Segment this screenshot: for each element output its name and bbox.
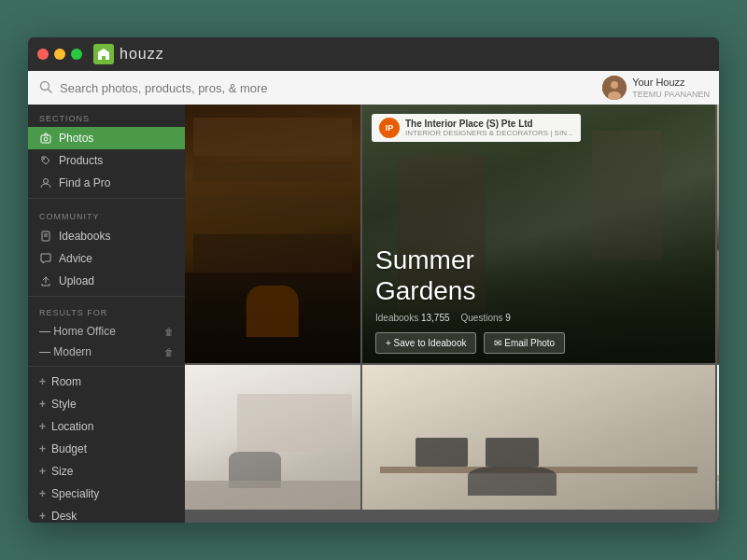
sidebar-item-findpro[interactable]: Find a Pro bbox=[28, 172, 185, 194]
svg-rect-5 bbox=[41, 135, 50, 143]
search-input[interactable] bbox=[60, 81, 591, 95]
filter-home-office-label: — Home Office bbox=[39, 325, 116, 338]
community-label: COMMUNITY bbox=[28, 203, 185, 225]
filter-room-label: Room bbox=[51, 375, 81, 388]
sidebar-item-photos[interactable]: Photos bbox=[28, 127, 185, 149]
plus-icon-7: + bbox=[39, 510, 46, 523]
sidebar-ideabooks-label: Ideabooks bbox=[59, 230, 110, 243]
right-area: IP The Interior Place (S) Pte Ltd INTERI… bbox=[185, 105, 719, 523]
svg-point-7 bbox=[43, 158, 45, 160]
user-name: Your Houzz bbox=[632, 77, 710, 89]
plus-icon-5: + bbox=[39, 465, 46, 478]
camera-icon bbox=[39, 132, 52, 145]
filter-modern-label: — Modern bbox=[39, 345, 92, 358]
sidebar-item-products[interactable]: Products bbox=[28, 149, 185, 172]
sidebar-photos-label: Photos bbox=[59, 132, 93, 145]
minimize-button[interactable] bbox=[54, 49, 65, 60]
sidebar-item-ideabooks[interactable]: Ideabooks bbox=[28, 225, 185, 247]
sidebar-findpro-label: Find a Pro bbox=[59, 176, 110, 189]
user-area[interactable]: Your Houzz TEEMU PAANANEN bbox=[602, 76, 719, 100]
plus-icon-6: + bbox=[39, 487, 46, 500]
designer-logo: IP bbox=[379, 118, 400, 138]
sections-label: SECTIONS bbox=[28, 105, 185, 127]
remove-home-office-icon[interactable]: 🗑 bbox=[164, 327, 174, 337]
filter-room[interactable]: + Room bbox=[28, 371, 185, 393]
filter-speciality[interactable]: + Speciality bbox=[28, 483, 185, 505]
filter-budget-label: Budget bbox=[51, 442, 87, 455]
plus-icon-3: + bbox=[39, 420, 46, 433]
filter-location-label: Location bbox=[51, 420, 93, 433]
designer-initials: IP bbox=[386, 123, 394, 133]
featured-overlay: IP The Interior Place (S) Pte Ltd INTERI… bbox=[362, 105, 715, 363]
plus-icon-2: + bbox=[39, 398, 46, 411]
user-info: Your Houzz TEEMU PAANANEN bbox=[632, 77, 710, 98]
logo-text: houzz bbox=[120, 46, 164, 63]
book-icon bbox=[39, 230, 52, 243]
logo: houzz bbox=[93, 44, 164, 64]
svg-point-8 bbox=[44, 179, 49, 184]
search-region bbox=[28, 80, 602, 96]
photo-cell-top-right[interactable] bbox=[717, 105, 719, 249]
upload-icon bbox=[39, 274, 52, 287]
sidebar-products-label: Products bbox=[59, 154, 103, 167]
avatar bbox=[602, 76, 627, 100]
filter-size[interactable]: + Size bbox=[28, 460, 185, 483]
window-controls bbox=[37, 49, 82, 60]
svg-point-3 bbox=[611, 81, 618, 89]
designer-badge[interactable]: IP The Interior Place (S) Pte Ltd INTERI… bbox=[372, 114, 581, 142]
filter-home-office[interactable]: — Home Office 🗑 bbox=[28, 321, 185, 342]
questions-count: 9 bbox=[505, 313, 511, 323]
designer-name: The Interior Place (S) Pte Ltd bbox=[405, 119, 573, 129]
ideabooks-stat: Ideabooks 13,755 bbox=[375, 313, 450, 323]
featured-title-line1: Summer bbox=[375, 245, 474, 274]
community-divider bbox=[28, 198, 185, 199]
filter-desk-label: Desk bbox=[51, 510, 77, 523]
houzz-icon bbox=[93, 44, 114, 64]
filter-style[interactable]: + Style bbox=[28, 393, 185, 415]
designer-info: The Interior Place (S) Pte Ltd INTERIOR … bbox=[405, 119, 573, 137]
filter-location[interactable]: + Location bbox=[28, 415, 185, 438]
ideabooks-label: Ideabooks bbox=[375, 313, 418, 323]
photo-cell-bottom-right[interactable] bbox=[717, 365, 719, 510]
save-ideabook-label: + Save to Ideabook bbox=[386, 338, 466, 348]
body-area: SECTIONS Photos bbox=[28, 105, 719, 523]
photo-cell-bottom-mid[interactable] bbox=[362, 365, 715, 510]
maximize-button[interactable] bbox=[71, 49, 82, 60]
photo-cell-top-left[interactable] bbox=[185, 105, 360, 363]
email-photo-button[interactable]: ✉ Email Photo bbox=[484, 332, 565, 354]
close-button[interactable] bbox=[37, 49, 49, 60]
photo-cell-mid-right[interactable] bbox=[717, 251, 719, 363]
filter-size-label: Size bbox=[51, 465, 73, 478]
featured-title-line2: Gardens bbox=[375, 276, 475, 305]
save-ideabook-button[interactable]: + Save to Ideabook bbox=[375, 332, 476, 354]
featured-actions: + Save to Ideabook ✉ Email Photo bbox=[372, 332, 706, 354]
remove-modern-icon[interactable]: 🗑 bbox=[164, 347, 174, 357]
sidebar-item-upload[interactable]: Upload bbox=[28, 270, 185, 292]
photo-cell-bottom-left[interactable] bbox=[185, 365, 360, 510]
chat-icon bbox=[39, 252, 52, 265]
sidebar: SECTIONS Photos bbox=[28, 105, 185, 523]
user-sub: TEEMU PAANANEN bbox=[632, 90, 710, 99]
questions-stat: Questions 9 bbox=[461, 313, 511, 323]
search-icon bbox=[39, 80, 52, 96]
sidebar-upload-label: Upload bbox=[59, 274, 94, 287]
sidebar-item-advice[interactable]: Advice bbox=[28, 247, 185, 270]
photo-grid: IP The Interior Place (S) Pte Ltd INTERI… bbox=[185, 105, 719, 523]
plus-icon-4: + bbox=[39, 442, 46, 455]
plus-icon: + bbox=[39, 375, 46, 388]
filter-desk[interactable]: + Desk bbox=[28, 505, 185, 523]
featured-title: Summer Gardens bbox=[372, 245, 706, 307]
svg-line-1 bbox=[49, 89, 52, 92]
results-divider bbox=[28, 296, 185, 297]
top-strip: Your Houzz TEEMU PAANANEN bbox=[28, 71, 719, 105]
filter-budget[interactable]: + Budget bbox=[28, 438, 185, 460]
designer-sub: INTERIOR DESIGNERS & DECORATORS | SIN... bbox=[405, 129, 573, 137]
filter-modern[interactable]: — Modern 🗑 bbox=[28, 342, 185, 362]
sidebar-advice-label: Advice bbox=[59, 252, 92, 265]
title-bar: houzz bbox=[28, 37, 719, 71]
email-photo-label: ✉ Email Photo bbox=[494, 338, 555, 348]
filters-divider bbox=[28, 366, 185, 367]
person-icon bbox=[39, 176, 52, 189]
photo-cell-featured[interactable]: IP The Interior Place (S) Pte Ltd INTERI… bbox=[362, 105, 715, 363]
filter-speciality-label: Speciality bbox=[51, 487, 99, 500]
